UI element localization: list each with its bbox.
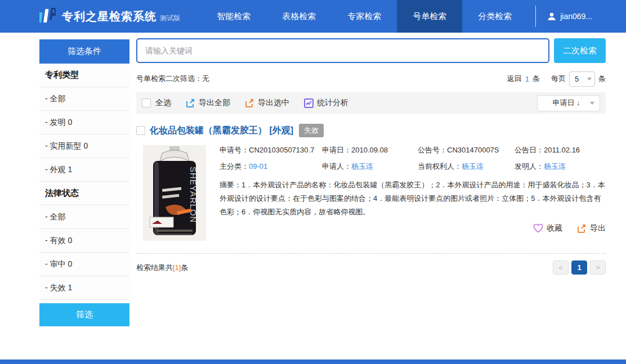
patent-type-all[interactable]: - 全部 [39,87,129,111]
return-count: 1 [525,75,529,83]
result-count-prefix: 检索结果共 [136,263,173,273]
field-current-rights-holder: 当前权利人：杨玉连 [418,161,515,172]
per-page-value: 5 [575,75,587,83]
product-image[interactable]: SHEYARLON [143,145,206,241]
export-selected-label: 导出选中 [258,98,289,108]
field-grid: 申请号：CN201030507130.7 申请日：2010.09.08 公告号：… [220,145,606,172]
prev-page-button[interactable]: < [553,260,569,275]
return-unit: 条 [533,74,540,84]
export-item-icon [577,224,587,233]
page-1-button[interactable]: 1 [571,260,587,275]
filter-sidebar: 筛选条件 专利类型 - 全部 - 发明 0 - 实用新型 0 - 外观 1 法律… [39,39,129,326]
top-header: 专利之星检索系统 测试版 智能检索 表格检索 专家检索 号单检索 分类检索 ji… [0,0,626,33]
main-class-link[interactable]: 09-01 [249,162,267,170]
nav-number-list-search[interactable]: 号单检索 [397,0,462,33]
chevron-down-icon [590,102,594,105]
select-all-checkbox[interactable] [142,98,151,107]
per-page-unit: 条 [598,74,606,84]
rights-holder-link[interactable]: 杨玉连 [462,162,484,170]
sort-label: 申请日 ↓ [543,98,590,108]
logo[interactable]: 专利之星检索系统 测试版 [39,0,180,33]
abstract: 摘要：1．本外观设计产品的名称：化妆品包装罐（黑霸发胶王）；2．本外观设计产品的… [220,178,606,219]
secondary-search-bar: 二次检索 [136,38,606,63]
abstract-label: 摘要： [220,181,242,189]
secondary-filter-status: 号单检索二次筛选：无 [136,74,209,84]
favorite-button[interactable]: 收藏 [533,223,562,233]
select-all[interactable]: 全选 [142,98,171,108]
result-toolbar: 全选 导出全部 导出选中 统计分析 申请日 ↓ [136,92,606,114]
result-count: [1] [173,263,181,272]
return-label: 返回 [507,74,522,84]
export-all-button[interactable]: 导出全部 [186,98,230,108]
applicant-link[interactable]: 杨玉连 [351,162,373,170]
result-count-unit: 条 [181,263,188,273]
result-title-link[interactable]: 化妆品包装罐（黑霸发胶王） [外观] [150,125,293,137]
field-publication-number: 公告号：CN301470007S [418,145,515,155]
can-brand-text: SHEYARLON [189,167,198,223]
abstract-text: 1．本外观设计产品的名称：化妆品包装罐（黑霸发胶王）；2．本外观设计产品的用途：… [220,181,605,216]
result-count-row: 检索结果共[1]条 < 1 > [136,253,606,275]
field-application-date: 申请日：2010.09.08 [322,145,418,155]
field-publication-date: 公告日：2011.02.16 [515,145,606,155]
per-page-select[interactable]: 5 [569,71,595,87]
nav-expert-search[interactable]: 专家检索 [332,0,397,33]
result-title-row: 化妆品包装罐（黑霸发胶王） [外观] 失效 [136,124,606,137]
statistics-chart-icon [304,98,314,108]
export-item-button[interactable]: 导出 [577,223,606,233]
nav-classification-search[interactable]: 分类检索 [462,0,527,33]
field-inventor: 发明人：杨玉连 [515,161,606,172]
patent-type-design[interactable]: - 外观 1 [39,158,129,182]
export-selected-icon [245,98,254,108]
favorite-label: 收藏 [547,223,562,233]
result-checkbox[interactable] [136,126,145,135]
section-legal-status: 法律状态 [39,182,129,205]
patent-type-utility[interactable]: - 实用新型 0 [39,134,129,158]
field-application-number: 申请号：CN201030507130.7 [220,145,322,155]
pagination: < 1 > [553,260,606,275]
keyword-input[interactable] [136,38,549,63]
apply-filter-button[interactable]: 筛选 [39,303,129,326]
per-page-label: 每页 [551,74,566,84]
legal-status-invalid[interactable]: - 失效 1 [39,276,129,300]
next-page-button[interactable]: > [590,260,606,275]
patent-type-invention[interactable]: - 发明 0 [39,111,129,134]
app-version-badge: 测试版 [160,14,180,23]
secondary-search-button[interactable]: 二次检索 [554,38,606,63]
user-menu[interactable]: jian069... [535,6,603,27]
export-item-label: 导出 [590,223,606,233]
sidebar-title: 筛选条件 [39,39,129,64]
main-content: 二次检索 号单检索二次筛选：无 返回 1 条 每页 5 条 全选 导出全部 [136,38,606,275]
export-all-icon [186,98,195,108]
field-main-class: 主分类：09-01 [220,161,322,172]
footer-bar [0,359,626,364]
username: jian069... [560,12,592,21]
legal-status-pending[interactable]: - 审中 0 [39,253,129,276]
heart-icon [533,224,543,233]
inventor-link[interactable]: 杨玉连 [544,162,566,170]
field-applicant: 申请人：杨玉连 [322,161,418,172]
result-actions: 收藏 导出 [220,223,606,233]
legal-status-valid[interactable]: - 有效 0 [39,229,129,253]
statistics-button[interactable]: 统计分析 [304,98,348,108]
result-item: 化妆品包装罐（黑霸发胶王） [外观] 失效 SHEYARLON [136,124,606,241]
export-all-label: 导出全部 [199,98,230,108]
result-detail: 申请号：CN201030507130.7 申请日：2010.09.08 公告号：… [220,145,606,241]
legal-status-all[interactable]: - 全部 [39,205,129,229]
statistics-label: 统计分析 [317,98,348,108]
logo-icon [39,7,56,26]
status-badge: 失效 [299,124,324,137]
select-all-label: 全选 [155,98,171,108]
nav-table-search[interactable]: 表格检索 [266,0,332,33]
app-title: 专利之星检索系统 [62,9,157,24]
result-meta-row: 号单检索二次筛选：无 返回 1 条 每页 5 条 [136,71,606,87]
section-patent-type: 专利类型 [39,64,129,87]
sort-select[interactable]: 申请日 ↓ [537,95,600,111]
chevron-down-icon [587,78,592,80]
user-icon [547,12,556,21]
main-nav: 智能检索 表格检索 专家检索 号单检索 分类检索 [201,0,527,33]
result-controls: 返回 1 条 每页 5 条 [507,71,606,87]
export-selected-button[interactable]: 导出选中 [245,98,289,108]
nav-smart-search[interactable]: 智能检索 [201,0,266,33]
result-body: SHEYARLON 申请号：CN201030507130.7 申请日：2010.… [136,145,606,241]
